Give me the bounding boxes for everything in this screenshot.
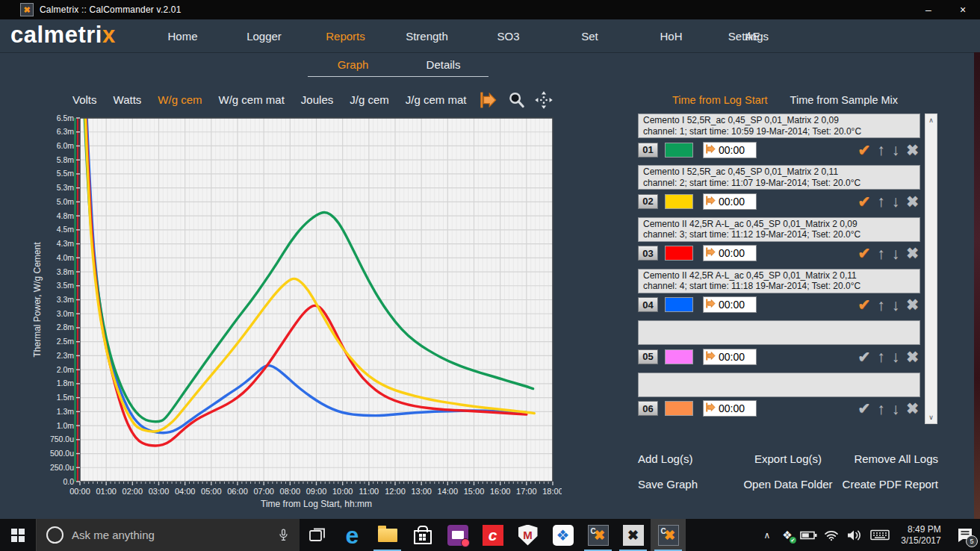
log-remove-icon[interactable]: ✖ [906, 246, 919, 261]
log-move-up-icon[interactable]: ↑ [877, 246, 885, 261]
tab-details[interactable]: Details [398, 52, 489, 76]
scrollbar-up-icon[interactable]: ∧ [925, 114, 937, 126]
log-list-scrollbar[interactable]: ∧ ∨ [925, 113, 937, 424]
log-check-icon[interactable]: ✔ [858, 194, 870, 209]
log-move-up-icon[interactable]: ↑ [877, 297, 885, 313]
log-color-swatch[interactable] [665, 401, 693, 416]
log-remove-icon[interactable]: ✖ [906, 297, 919, 312]
log-remove-icon[interactable]: ✖ [906, 401, 919, 416]
nav-item-hoh[interactable]: HoH [630, 19, 712, 52]
log-move-down-icon[interactable]: ↓ [892, 401, 900, 417]
log-move-down-icon[interactable]: ↓ [892, 193, 900, 209]
save-graph-button[interactable]: Save Graph [638, 478, 738, 491]
log-description[interactable]: Cemento II 42,5R A-L_ac 0,45_SP 0,01_Mat… [638, 269, 920, 293]
log-check-icon[interactable]: ✔ [858, 297, 870, 312]
log-remove-icon[interactable]: ✖ [906, 143, 919, 158]
tab-graph[interactable]: Graph [308, 52, 398, 76]
cortana-search-box[interactable]: Ask me anything [36, 519, 300, 551]
battery-icon[interactable] [798, 519, 820, 551]
log-move-up-icon[interactable]: ↑ [877, 193, 885, 209]
tray-chevron-icon[interactable]: ∧ [757, 519, 777, 551]
close-button[interactable]: × [946, 0, 980, 19]
log-color-swatch[interactable] [665, 297, 693, 312]
log-color-swatch[interactable] [665, 143, 693, 158]
nav-item-settings[interactable]: Settings [727, 19, 770, 52]
open-data-folder-button[interactable]: Open Data Folder [743, 478, 832, 491]
file-explorer-icon[interactable] [370, 519, 405, 551]
task-view-button[interactable] [300, 519, 335, 551]
log-description[interactable] [638, 373, 920, 397]
log-description[interactable]: Cemento I 52,5R_ac 0,45_SP 0,01_Matrix 2… [638, 113, 920, 138]
log-check-icon[interactable]: ✔ [858, 401, 870, 416]
nav-item-set[interactable]: Set [549, 19, 630, 52]
export-log-s-button[interactable]: Export Log(s) [754, 452, 822, 465]
scrollbar-down-icon[interactable]: ∨ [925, 411, 937, 423]
nav-item-strength[interactable]: Strength [386, 19, 468, 52]
log-color-swatch[interactable] [665, 246, 693, 261]
unit-tab-joules[interactable]: Joules [293, 90, 341, 110]
log-color-swatch[interactable] [665, 194, 693, 209]
log-move-down-icon[interactable]: ↓ [892, 349, 900, 364]
log-time-offset-field[interactable]: 00:00 [703, 193, 757, 210]
microphone-icon[interactable] [278, 528, 289, 543]
log-move-down-icon[interactable]: ↓ [892, 142, 900, 158]
unit-tab-w-g-cem[interactable]: W/g cem [149, 90, 210, 110]
messaging-app-icon[interactable] [440, 519, 475, 551]
unit-tab-j-g-cem[interactable]: J/g cem [341, 90, 397, 110]
nav-item-home[interactable]: Home [142, 19, 223, 52]
keyboard-icon[interactable] [866, 519, 893, 551]
log-move-up-icon[interactable]: ↑ [877, 142, 885, 158]
calcommander-app-icon[interactable]: C✖ [580, 519, 615, 551]
nav-item-reports[interactable]: Reports [305, 19, 386, 52]
zoom-icon[interactable] [506, 90, 527, 110]
clock-time: 8:49 PM [901, 524, 940, 535]
remove-all-logs-button[interactable]: Remove All Logs [854, 452, 938, 465]
log-move-up-icon[interactable]: ↑ [877, 401, 885, 417]
log-check-icon[interactable]: ✔ [858, 246, 870, 261]
start-button[interactable] [0, 519, 36, 551]
unit-tab-w-g-cem-mat[interactable]: W/g cem mat [211, 90, 293, 110]
windows-taskbar: Ask me anything e c M ❖ C✖ ✖ C✖ ∧ ❖✔ [0, 519, 980, 551]
log-check-icon[interactable]: ✔ [858, 143, 870, 158]
log-description[interactable]: Cemento I 52,5R_ac 0,45_SP 0,01_Matrix 2… [638, 165, 920, 190]
time-tab-time-from-log-start[interactable]: Time from Log Start [672, 91, 768, 109]
log-time-offset-field[interactable]: 00:00 [703, 142, 757, 158]
unit-tab-volts[interactable]: Volts [64, 90, 105, 110]
dropbox-icon[interactable]: ❖ [545, 519, 580, 551]
log-time-offset-field[interactable]: 00:00 [703, 245, 757, 261]
volume-icon[interactable] [843, 519, 866, 551]
log-time-offset-field[interactable]: 00:00 [703, 349, 757, 365]
log-time-offset-field[interactable]: 00:00 [703, 296, 757, 313]
add-log-s-button[interactable]: Add Log(s) [638, 452, 738, 465]
wifi-icon[interactable] [820, 519, 843, 551]
time-offset-flag-icon[interactable] [478, 90, 499, 110]
nav-item-logger[interactable]: Logger [223, 19, 305, 52]
calcommander-active-app-icon[interactable]: C✖ [651, 519, 686, 551]
minimize-button[interactable]: – [911, 0, 946, 19]
log-check-icon[interactable]: ✔ [858, 349, 870, 364]
notification-center-icon[interactable]: 5 [950, 519, 980, 551]
log-move-down-icon[interactable]: ↓ [892, 246, 900, 261]
edge-browser-icon[interactable]: e [335, 519, 370, 551]
red-script-app-icon[interactable]: c [475, 519, 510, 551]
log-color-swatch[interactable] [665, 349, 693, 364]
pan-icon[interactable] [533, 90, 554, 110]
log-description[interactable] [638, 320, 920, 345]
unit-tab-j-g-cem-mat[interactable]: J/g cem mat [397, 90, 475, 110]
gray-x-app-icon[interactable]: ✖ [615, 519, 651, 551]
log-description[interactable]: Cemento II 42,5R A-L_ac 0,45_SP 0,01_Mat… [638, 217, 920, 242]
time-tab-time-from-sample-mix[interactable]: Time from Sample Mix [790, 91, 898, 109]
log-move-down-icon[interactable]: ↓ [892, 297, 900, 313]
windows-store-icon[interactable] [405, 519, 440, 551]
log-time-offset-field[interactable]: 00:00 [703, 400, 757, 417]
nav-item-so3[interactable]: SO3 [468, 19, 549, 52]
thermal-power-chart[interactable]: 0.0250.0u500.0u750.0u1.0m1.3m1.5m1.8m2.0… [30, 113, 562, 517]
log-remove-icon[interactable]: ✖ [906, 349, 919, 364]
log-move-up-icon[interactable]: ↑ [877, 349, 885, 364]
tray-dropbox-icon[interactable]: ❖✔ [777, 519, 798, 551]
clock[interactable]: 8:49 PM3/15/2017 [898, 519, 944, 551]
create-pdf-report-button[interactable]: Create PDF Report [843, 478, 938, 491]
unit-tab-watts[interactable]: Watts [105, 90, 150, 110]
mcafee-icon[interactable]: M [510, 519, 545, 551]
log-remove-icon[interactable]: ✖ [906, 194, 919, 209]
